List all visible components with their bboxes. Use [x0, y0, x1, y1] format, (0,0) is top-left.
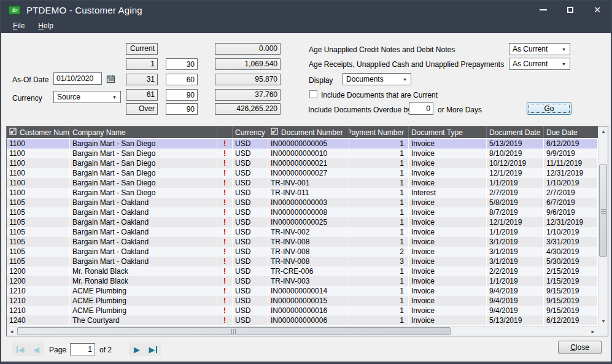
currency-label: Currency — [12, 94, 42, 103]
display-select[interactable]: Documents ▼ — [343, 73, 411, 85]
cell-customer: 1100 — [7, 139, 70, 149]
table-row[interactable]: 1210ACME Plumbing!USDIN0000000000141Invo… — [7, 286, 598, 296]
as-of-date-input[interactable] — [53, 72, 102, 85]
cell-doc-date: 12/1/2019 — [487, 168, 544, 178]
overdue-days-input[interactable] — [409, 103, 433, 115]
table-row[interactable]: 1210ACME Plumbing!USDIN0000000000161Invo… — [7, 306, 598, 316]
maximize-button[interactable] — [557, 1, 584, 18]
cell-currency: USD — [233, 247, 268, 257]
scroll-down-icon[interactable]: ▼ — [598, 316, 608, 326]
column-header-currency[interactable]: Currency — [233, 126, 268, 138]
table-row[interactable]: 1100Bargain Mart - San Diego!USDTR-INV-0… — [7, 188, 598, 198]
age-credit-select[interactable]: As Current ▼ — [509, 43, 570, 55]
vertical-scroll-thumb[interactable] — [599, 165, 607, 257]
cell-doc-date: 8/7/2019 — [487, 207, 544, 217]
overdue-alert-icon: ! — [217, 188, 233, 198]
table-row[interactable]: 1105Bargain Mart - Oakland!USDTR-INV-002… — [7, 227, 598, 237]
cell-doc-date: 5/13/2019 — [487, 139, 544, 149]
cell-due-date: 12/31/2019 — [544, 217, 598, 227]
cell-doc-type: Invoice — [409, 266, 487, 276]
cell-doc-type: Invoice — [409, 296, 487, 306]
cell-doc-date: 2/2/2019 — [487, 266, 544, 276]
table-row[interactable]: 1100Bargain Mart - San Diego!USDIN000000… — [7, 158, 598, 168]
cell-doc-type: Interest — [409, 188, 487, 198]
currency-select[interactable]: Source ▼ — [53, 91, 121, 103]
cell-customer: 1210 — [7, 306, 70, 316]
column-header-alert[interactable] — [217, 126, 233, 138]
cell-company: Bargain Mart - Oakland — [70, 198, 217, 207]
table-row[interactable]: 1100Bargain Mart - San Diego!USDTR-INV-0… — [7, 178, 598, 188]
column-header-document-number[interactable]: Document Number — [268, 126, 349, 138]
cell-currency: USD — [233, 276, 268, 286]
table-row[interactable]: 1210ACME Plumbing!USDIN0000000000151Invo… — [7, 296, 598, 306]
table-row[interactable]: 1105Bargain Mart - Oakland!USDIN00000000… — [7, 198, 598, 207]
table-row[interactable]: 1100Bargain Mart - San Diego!USDIN000000… — [7, 149, 598, 158]
scrollbar-corner — [598, 326, 608, 336]
cell-doc-number: IN000000000010 — [268, 149, 349, 158]
table-row[interactable]: 1105Bargain Mart - Oakland!USDTR-INV-008… — [7, 257, 598, 266]
aging-to-input[interactable] — [166, 74, 198, 85]
table-row[interactable]: 1105Bargain Mart - Oakland!USDTR-INV-008… — [7, 237, 598, 247]
aging-to-input[interactable] — [166, 89, 198, 101]
cell-customer: 1105 — [7, 217, 70, 227]
next-page-button[interactable]: ▶ — [129, 343, 145, 356]
cell-doc-number: TR-INV-003 — [268, 276, 349, 286]
go-button[interactable]: Go — [527, 102, 571, 115]
minimize-button[interactable] — [530, 1, 557, 18]
table-row[interactable]: 1200Mr. Ronald Black!USDTR-INV-0031Invoi… — [7, 276, 598, 286]
menu-help[interactable]: Help — [33, 20, 59, 32]
scroll-right-icon[interactable]: ► — [588, 327, 598, 336]
page-number-input[interactable] — [70, 343, 95, 355]
aging-to-input[interactable] — [166, 103, 198, 115]
cell-payment-number: 1 — [349, 149, 409, 158]
aging-to-input[interactable] — [166, 58, 198, 70]
cell-doc-date: 10/12/2019 — [487, 158, 544, 168]
column-header-payment-number[interactable]: Payment Number — [349, 126, 409, 138]
column-header-due-date[interactable]: Due Date — [544, 126, 598, 138]
cell-doc-type: Invoice — [409, 198, 487, 207]
cell-customer: 1105 — [7, 207, 70, 217]
cell-payment-number: 1 — [349, 237, 409, 247]
cell-doc-number: TR-INV-011 — [268, 188, 349, 198]
table-row[interactable]: 1200Mr. Ronald Black!USDTR-CRE-0061Invoi… — [7, 266, 598, 276]
menu-file[interactable]: File — [7, 20, 30, 32]
column-header-document-date[interactable]: Document Date — [487, 126, 544, 138]
cell-doc-number: TR-INV-002 — [268, 227, 349, 237]
cell-due-date: 9/6/2019 — [544, 207, 598, 217]
cell-due-date: 9/15/2019 — [544, 296, 598, 306]
cell-currency: USD — [233, 237, 268, 247]
overdue-alert-icon: ! — [217, 286, 233, 296]
close-window-button[interactable]: ✕ — [584, 1, 611, 18]
overdue-alert-icon: ! — [217, 257, 233, 266]
last-page-button[interactable]: ▶ — [145, 343, 161, 356]
prev-page-button[interactable]: ◀ — [28, 343, 44, 356]
scroll-left-icon[interactable]: ◄ — [7, 327, 17, 336]
vertical-scrollbar[interactable]: ▲ ▼ — [598, 126, 608, 326]
cell-doc-type: Invoice — [409, 227, 487, 237]
column-header-company-name[interactable]: Company Name — [70, 126, 217, 138]
age-receipts-select[interactable]: As Current ▼ — [509, 58, 570, 70]
overdue-alert-icon: ! — [217, 316, 233, 325]
close-button[interactable]: Close — [558, 341, 602, 354]
table-row[interactable]: 1105Bargain Mart - Oakland!USDIN00000000… — [7, 217, 598, 227]
include-current-checkbox[interactable] — [309, 90, 317, 98]
first-page-button[interactable]: ◀ — [12, 343, 28, 356]
drilldown-icon — [271, 128, 278, 137]
table-row[interactable]: 1240The Courtyard!USDIN0000000000061Invo… — [7, 316, 598, 325]
table-row[interactable]: 1100Bargain Mart - San Diego!USDIN000000… — [7, 168, 598, 178]
cell-customer: 1100 — [7, 188, 70, 198]
cell-doc-number: IN000000000003 — [268, 198, 349, 207]
column-header-customer-number[interactable]: Customer Number — [7, 126, 70, 138]
table-row[interactable]: 1100Bargain Mart - San Diego!USDIN000000… — [7, 139, 598, 149]
cell-doc-type: Invoice — [409, 207, 487, 217]
cell-payment-number: 1 — [349, 296, 409, 306]
column-header-document-type[interactable]: Document Type — [409, 126, 487, 138]
calendar-button[interactable] — [104, 73, 117, 84]
table-row[interactable]: 1105Bargain Mart - Oakland!USDTR-INV-008… — [7, 247, 598, 257]
table-row[interactable]: 1105Bargain Mart - Oakland!USDIN00000000… — [7, 207, 598, 217]
cell-currency: USD — [233, 227, 268, 237]
scroll-up-icon[interactable]: ▲ — [598, 126, 608, 136]
horizontal-scroll-thumb[interactable] — [17, 327, 451, 335]
cell-payment-number: 1 — [349, 266, 409, 276]
horizontal-scrollbar[interactable]: ◄ ► — [7, 326, 598, 336]
